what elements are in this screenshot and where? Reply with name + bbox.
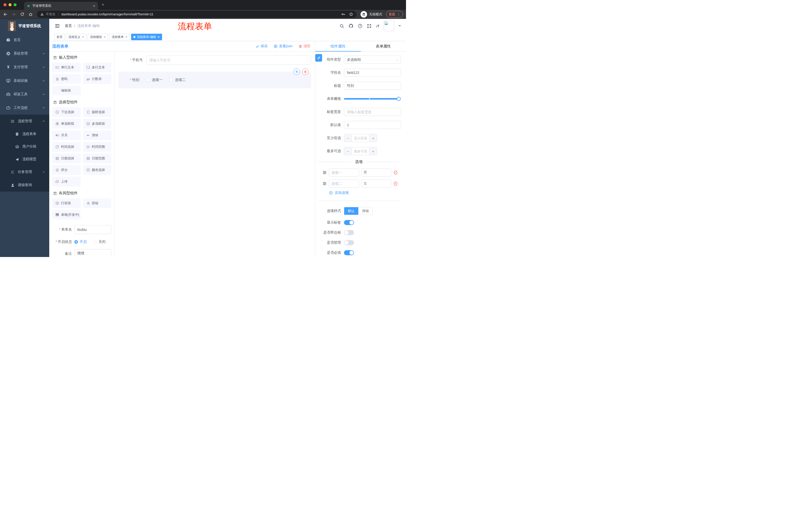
component-time-range[interactable]: 时间范围 bbox=[83, 142, 112, 152]
component-editor[interactable]: 编辑器 bbox=[52, 86, 81, 95]
github-icon[interactable] bbox=[348, 23, 353, 28]
increment-button[interactable]: + bbox=[369, 134, 377, 142]
component-date-range[interactable]: 日期范围 bbox=[83, 154, 112, 163]
border-switch[interactable] bbox=[344, 230, 354, 235]
gender-option-1[interactable]: 选项一 bbox=[146, 78, 162, 82]
checkbox-icon[interactable] bbox=[146, 78, 150, 82]
save-button[interactable]: 保存 bbox=[256, 44, 267, 49]
component-time-picker[interactable]: 时间选择 bbox=[52, 142, 81, 152]
component-multi-line-text[interactable]: 多行文本 bbox=[83, 63, 112, 72]
component-table[interactable]: 表格[开发中] bbox=[52, 210, 81, 219]
component-slider[interactable]: 滑块 bbox=[83, 131, 112, 140]
sidebar-item-process-form[interactable]: 流程表单 bbox=[0, 128, 49, 140]
option-label-input[interactable] bbox=[329, 180, 359, 188]
add-option-button[interactable]: 添加选项 bbox=[329, 191, 401, 195]
component-color-picker[interactable]: 颜色选择 bbox=[83, 165, 112, 175]
style-button-option[interactable]: 按钮 bbox=[358, 207, 373, 215]
sidebar-item-user-group[interactable]: 用户分组 bbox=[0, 140, 49, 153]
component-cascader[interactable]: 级联选择 bbox=[83, 107, 112, 117]
bookmark-star-icon[interactable] bbox=[349, 12, 353, 16]
option-value-input[interactable] bbox=[361, 168, 391, 177]
font-size-icon[interactable]: тT bbox=[376, 24, 379, 28]
sidebar-item-process-model[interactable]: 流程模型 bbox=[0, 153, 49, 165]
delete-component-button[interactable] bbox=[302, 69, 309, 75]
tag-process-definition[interactable]: 流程定义✕ bbox=[66, 34, 86, 40]
url-text[interactable]: dashboard.yudao.iocoder.cn/bpm/manager/f… bbox=[61, 12, 153, 16]
sidebar-item-home[interactable]: 首页 bbox=[0, 33, 49, 47]
required-switch[interactable] bbox=[344, 250, 354, 255]
sidebar-item-payment[interactable]: ¥ 支付管理 bbox=[0, 60, 49, 74]
status-radio-on[interactable]: 开启 bbox=[75, 240, 87, 244]
tag-home[interactable]: 首页 bbox=[54, 34, 65, 40]
new-tab-button[interactable]: + bbox=[102, 2, 104, 7]
address-bar[interactable]: 不安全 dashboard.yudao.iocoder.cn/bpm/manag… bbox=[37, 11, 356, 18]
help-icon[interactable]: ? bbox=[358, 24, 362, 28]
tag-process-form[interactable]: 流程表单✕ bbox=[109, 34, 129, 40]
grid-slider[interactable] bbox=[344, 98, 399, 100]
component-password[interactable]: 密码 bbox=[52, 74, 81, 84]
tag-process-model[interactable]: 流程模型✕ bbox=[88, 34, 108, 40]
form-canvas[interactable]: *手机号 *性别 选项一 bbox=[115, 52, 315, 257]
canvas-selected-checkbox-group[interactable]: *性别 选项一 选项二 bbox=[119, 72, 311, 88]
remark-textarea[interactable]: 嘿嘿 bbox=[75, 249, 111, 257]
avatar-caret-icon[interactable] bbox=[399, 25, 401, 27]
password-key-icon[interactable] bbox=[341, 12, 345, 16]
increment-button[interactable]: + bbox=[369, 147, 377, 155]
canvas-phone-field[interactable]: *手机号 bbox=[119, 56, 311, 64]
default-value-input[interactable] bbox=[344, 121, 401, 129]
hamburger-icon[interactable] bbox=[55, 23, 60, 28]
forward-icon[interactable] bbox=[11, 12, 16, 17]
component-checkbox-group[interactable]: 多选框组 bbox=[83, 119, 112, 129]
remove-option-icon[interactable] bbox=[393, 181, 398, 186]
tab-close-icon[interactable]: ✕ bbox=[93, 4, 95, 7]
option-value-input[interactable] bbox=[361, 180, 391, 188]
component-counter[interactable]: 123 计数器 bbox=[83, 74, 112, 84]
close-icon[interactable]: ✕ bbox=[104, 36, 106, 38]
traffic-light-minimize-icon[interactable] bbox=[8, 3, 11, 6]
drag-handle-icon[interactable] bbox=[322, 181, 327, 186]
component-button[interactable]: 按钮 bbox=[83, 198, 112, 208]
search-icon[interactable] bbox=[340, 24, 344, 28]
disabled-switch[interactable] bbox=[344, 240, 354, 245]
breadcrumb-home[interactable]: 首页 bbox=[65, 24, 72, 28]
label-width-input[interactable] bbox=[344, 108, 401, 116]
style-default-option[interactable]: 默认 bbox=[344, 207, 358, 215]
tab-component-props[interactable]: 组件属性 bbox=[315, 41, 361, 51]
kebab-menu-icon[interactable]: ⋮ bbox=[397, 12, 401, 16]
max-select-input[interactable] bbox=[352, 147, 369, 155]
component-rate[interactable]: 评分 bbox=[52, 165, 81, 175]
min-select-input[interactable] bbox=[352, 134, 369, 142]
show-label-switch[interactable] bbox=[344, 220, 354, 225]
sidebar-item-leave-query[interactable]: 请假查询 bbox=[0, 179, 49, 192]
traffic-light-close-icon[interactable] bbox=[3, 3, 6, 6]
tag-process-form-edit[interactable]: 流程表单-编辑✕ bbox=[131, 34, 162, 40]
option-label-input[interactable] bbox=[329, 168, 359, 177]
slider-handle[interactable] bbox=[397, 97, 401, 101]
gender-option-2[interactable]: 选项二 bbox=[169, 78, 185, 82]
status-radio-off[interactable]: 关闭 bbox=[93, 240, 106, 244]
back-icon[interactable] bbox=[3, 12, 7, 17]
reload-icon[interactable] bbox=[20, 12, 24, 16]
sidebar-item-process-manage[interactable]: 流程管理 bbox=[0, 115, 49, 128]
sidebar-item-devtools[interactable]: 研发工具 bbox=[0, 87, 49, 101]
drag-handle-icon[interactable] bbox=[322, 170, 327, 175]
component-radio-group[interactable]: 单选框组 bbox=[52, 119, 81, 129]
component-date-picker[interactable]: 日期选择 bbox=[52, 154, 81, 163]
decrement-button[interactable]: − bbox=[344, 134, 352, 142]
clear-button[interactable]: 清空 bbox=[298, 44, 311, 49]
sidebar-item-task-manage[interactable]: 任务管理 bbox=[0, 165, 49, 179]
component-select[interactable]: 下拉选择 bbox=[52, 107, 81, 117]
avatar[interactable] bbox=[384, 21, 394, 31]
checkbox-icon[interactable] bbox=[169, 78, 173, 82]
browser-tab[interactable]: 芋道管理系统 ✕ bbox=[24, 2, 98, 10]
component-single-line-text[interactable]: 单行文本 bbox=[52, 63, 81, 72]
sidebar-item-workflow[interactable]: 工作流程 bbox=[0, 101, 49, 115]
component-upload[interactable]: 上传 bbox=[52, 177, 81, 186]
update-label[interactable]: 更新 bbox=[389, 12, 395, 17]
sidebar-item-infra[interactable]: 基础设施 bbox=[0, 74, 49, 87]
sidebar-item-system[interactable]: 系统管理 bbox=[0, 47, 49, 60]
home-icon[interactable] bbox=[28, 12, 33, 17]
close-icon[interactable]: ✕ bbox=[82, 36, 84, 38]
form-name-input[interactable] bbox=[75, 225, 111, 234]
fullscreen-icon[interactable] bbox=[367, 24, 372, 28]
